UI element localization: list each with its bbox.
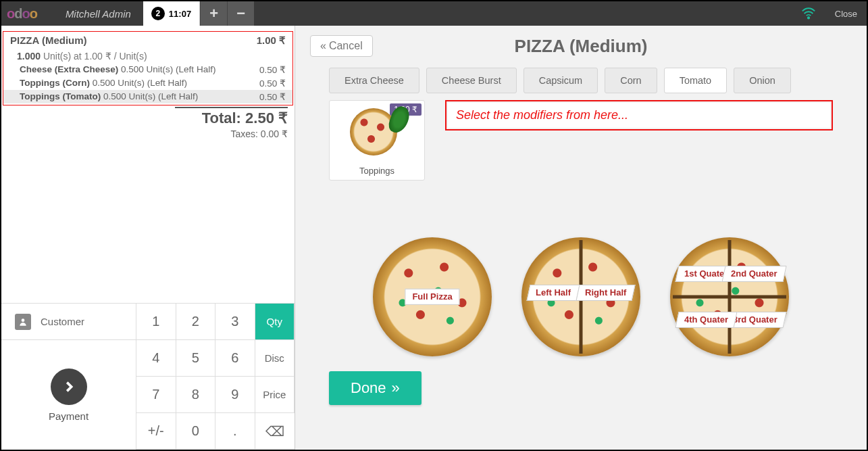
portion-label-q2[interactable]: 2nd Quater [722,266,787,282]
person-icon [15,314,31,330]
keypad-5[interactable]: 5 [176,340,216,377]
keypad-9[interactable]: 9 [215,377,255,413]
product-card-label: Toppings [330,163,424,180]
page-title: PIZZA (Medium) [515,36,648,57]
keypad-2[interactable]: 2 [176,304,216,340]
keypad-0[interactable]: 0 [176,413,216,450]
payment-button[interactable]: Payment [1,340,136,450]
order-product-name: PIZZA (Medium) [10,34,87,47]
topbar: odoo Mitchell Admin 2 11:07 + − Close [1,1,867,26]
portion-halves[interactable]: Left Half Right Half [521,237,640,356]
svg-point-1 [22,318,25,322]
add-session-button[interactable]: + [200,1,227,26]
remove-session-button[interactable]: − [227,1,254,26]
pizza-icon [330,101,424,163]
keypad-8[interactable]: 8 [176,377,216,413]
order-modifier[interactable]: Cheese (Extra Cheese) 0.500 Unit(s) (Lef… [3,63,292,76]
portion-label-left-half[interactable]: Left Half [526,285,580,301]
chevron-right-icon: » [392,379,400,397]
cancel-button[interactable]: « Cancel [310,35,373,57]
keypad-6[interactable]: 6 [215,340,255,377]
portion-label-q4[interactable]: 4th Quater [675,312,737,328]
order-total: Total: 2.50 ₹ [175,107,288,127]
close-button[interactable]: Close [825,1,867,26]
product-card-toppings[interactable]: 1.00 ₹ Toppings [329,100,425,181]
tab-tomato[interactable]: Tomato [664,68,727,93]
tab-cheese-burst[interactable]: Cheese Burst [426,68,517,93]
session-tab[interactable]: 2 11:07 [143,1,200,26]
chevron-right-icon [51,369,87,405]
order-line[interactable]: PIZZA (Medium) 1.00 ₹ [3,32,292,48]
keypad-qty[interactable]: Qty [255,304,295,340]
portion-full[interactable]: Full Pizza [373,237,492,356]
portion-selector: Full Pizza Left Half Right Half 1st Quat… [295,183,867,363]
customer-button[interactable]: Customer [1,304,136,340]
tab-extra-cheese[interactable]: Extra Cheese [329,68,419,93]
portion-quarters[interactable]: 1st Quater 2nd Quater 3rd Quater 4th Qua… [670,237,789,356]
keypad-1[interactable]: 1 [136,304,176,340]
logo: odoo [1,1,53,26]
keypad-dot[interactable]: . [215,413,255,450]
chevron-left-icon: « [320,40,326,52]
keypad-price[interactable]: Price [255,377,295,413]
wifi-icon [792,1,825,26]
right-panel: « Cancel PIZZA (Medium) Extra Cheese Che… [295,26,867,450]
session-time: 11:07 [169,9,191,19]
tab-capsicum[interactable]: Capsicum [524,68,598,93]
order-highlight-box: PIZZA (Medium) 1.00 ₹ 1.000 Unit(s) at 1… [3,31,293,105]
order-product-price: 1.00 ₹ [257,34,286,47]
order-taxes: Taxes: 0.00 ₹ [1,128,288,139]
keypad-3[interactable]: 3 [215,304,255,340]
done-button[interactable]: Done » [329,371,422,405]
portion-label-right-half[interactable]: Right Half [576,285,636,301]
admin-name[interactable]: Mitchell Admin [53,1,143,26]
keypad-7[interactable]: 7 [136,377,176,413]
order-modifier[interactable]: Toppings (Tomato) 0.500 Unit(s) (Left Ha… [3,90,292,103]
keypad-disc[interactable]: Disc [255,340,295,377]
modifier-tabs: Extra Cheese Cheese Burst Capsicum Corn … [295,61,867,97]
tab-onion[interactable]: Onion [734,68,791,93]
callout-text: Select the modifiers from here... [448,103,830,128]
order-modifier[interactable]: Toppings (Corn) 0.500 Unit(s) (Left Half… [3,76,292,90]
keypad-backspace[interactable]: ⌫ [255,413,295,450]
order-totals: Total: 2.50 ₹ Taxes: 0.00 ₹ [1,105,295,142]
callout-box: Select the modifiers from here... [445,100,833,130]
order-qty-line: 1.000 Unit(s) at 1.00 ₹ / Unit(s) [3,48,292,63]
keypad-plusminus[interactable]: +/- [136,413,176,450]
left-panel: PIZZA (Medium) 1.00 ₹ 1.000 Unit(s) at 1… [1,26,295,450]
keypad-4[interactable]: 4 [136,340,176,377]
svg-point-0 [808,17,809,18]
portion-label-full[interactable]: Full Pizza [405,289,459,305]
order-list: PIZZA (Medium) 1.00 ₹ 1.000 Unit(s) at 1… [1,26,295,303]
tab-corn[interactable]: Corn [605,68,657,93]
session-number: 2 [151,7,165,20]
keypad: Customer Payment 1 2 3 Qty [1,303,295,450]
